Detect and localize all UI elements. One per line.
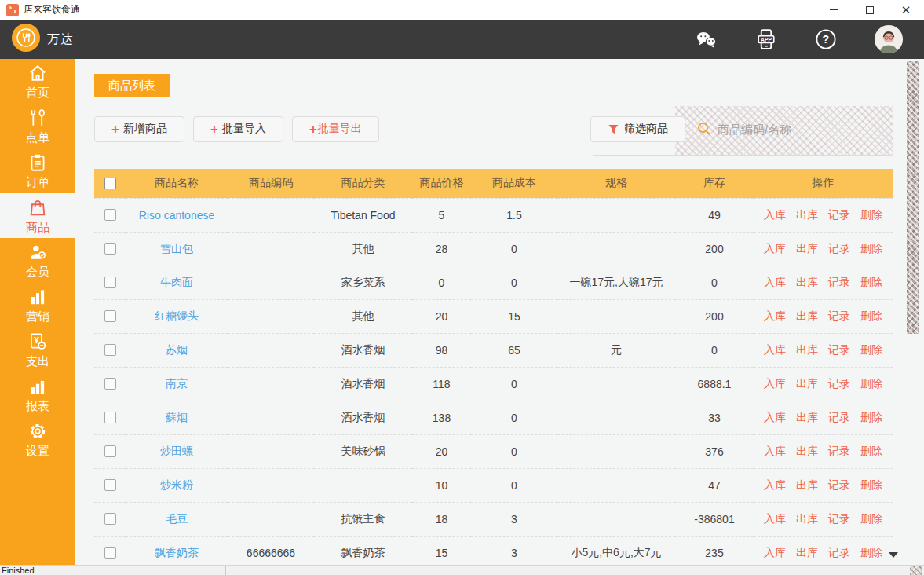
app-icon-label: APP <box>761 37 772 42</box>
tab-goods-list[interactable]: 商品列表 <box>94 74 170 97</box>
product-name-link[interactable]: 飘香奶茶 <box>155 546 199 559</box>
row-actions: 入库出库记录删除 <box>754 343 893 357</box>
action-record[interactable]: 记录 <box>828 546 850 560</box>
action-stock-in[interactable]: 入库 <box>764 208 786 222</box>
table-row: 蘇烟 酒水香烟 138 0 33 入库出库记录删除 <box>94 401 893 434</box>
sidebar-item-marketing[interactable]: 营销 <box>0 283 75 328</box>
sidebar-item-settings[interactable]: 设置 <box>0 417 75 462</box>
row-checkbox[interactable] <box>104 513 116 525</box>
product-name-link[interactable]: 苏烟 <box>166 343 188 356</box>
action-delete[interactable]: 删除 <box>860 546 882 560</box>
action-stock-in[interactable]: 入库 <box>764 343 786 357</box>
product-name-link[interactable]: 炒米粉 <box>160 478 193 491</box>
maximize-button[interactable] <box>852 0 888 20</box>
sidebar-item-goods[interactable]: 商品 <box>0 193 75 238</box>
action-stock-in[interactable]: 入库 <box>764 377 786 391</box>
mobile-app-icon[interactable]: APP <box>754 27 778 51</box>
sidebar-item-members[interactable]: 会员 <box>0 238 75 283</box>
action-stock-in[interactable]: 入库 <box>764 445 786 459</box>
close-button[interactable]: ✕ <box>888 0 924 20</box>
product-price: 10 <box>412 468 471 502</box>
sidebar-item-home[interactable]: 首页 <box>0 59 75 104</box>
action-record[interactable]: 记录 <box>828 411 850 425</box>
action-record[interactable]: 记录 <box>828 478 850 493</box>
action-delete[interactable]: 删除 <box>860 343 882 357</box>
action-stock-in[interactable]: 入库 <box>764 546 786 560</box>
action-delete[interactable]: 删除 <box>860 512 882 526</box>
product-name-link[interactable]: 雪山包 <box>160 242 193 255</box>
action-record[interactable]: 记录 <box>828 445 850 459</box>
action-record[interactable]: 记录 <box>828 309 850 324</box>
action-delete[interactable]: 删除 <box>860 276 882 290</box>
select-all-checkbox[interactable] <box>104 178 116 189</box>
action-delete[interactable]: 删除 <box>860 208 882 222</box>
row-checkbox[interactable] <box>104 209 116 221</box>
action-stock-out[interactable]: 出库 <box>796 377 818 391</box>
action-record[interactable]: 记录 <box>828 208 850 222</box>
sidebar-item-reports[interactable]: 报表 <box>0 372 75 417</box>
row-actions: 入库出库记录删除 <box>754 512 893 526</box>
row-checkbox[interactable] <box>104 479 116 491</box>
action-stock-out[interactable]: 出库 <box>796 208 818 222</box>
action-stock-out[interactable]: 出库 <box>796 411 818 425</box>
row-checkbox[interactable] <box>104 547 116 559</box>
action-stock-out[interactable]: 出库 <box>796 512 818 526</box>
action-stock-out[interactable]: 出库 <box>796 445 818 459</box>
product-stock: -386801 <box>675 502 754 536</box>
action-record[interactable]: 记录 <box>828 512 850 526</box>
product-name-link[interactable]: 红糖馒头 <box>155 309 199 322</box>
sidebar-item-orders[interactable]: 订单 <box>0 148 75 193</box>
action-stock-out[interactable]: 出库 <box>796 276 818 290</box>
action-delete[interactable]: 删除 <box>860 445 882 459</box>
sidebar-item-ordering[interactable]: 点单 <box>0 104 75 148</box>
product-name-link[interactable]: 炒田螺 <box>160 445 193 457</box>
product-name-link[interactable]: 蘇烟 <box>166 411 188 423</box>
action-stock-in[interactable]: 入库 <box>764 276 786 290</box>
filter-products-button[interactable]: 筛选商品 <box>590 116 685 142</box>
action-stock-out[interactable]: 出库 <box>796 546 818 560</box>
action-stock-in[interactable]: 入库 <box>764 478 786 493</box>
action-delete[interactable]: 删除 <box>860 309 882 324</box>
table-row: 飘香奶茶 66666666 飘香奶茶 15 3 小5元,中6元,大7元 235 … <box>94 536 893 565</box>
action-record[interactable]: 记录 <box>828 276 850 290</box>
action-delete[interactable]: 删除 <box>860 478 882 493</box>
row-checkbox[interactable] <box>104 277 116 288</box>
row-checkbox[interactable] <box>104 344 116 356</box>
action-stock-in[interactable]: 入库 <box>764 309 786 324</box>
action-record[interactable]: 记录 <box>828 343 850 357</box>
row-checkbox[interactable] <box>104 412 116 423</box>
wechat-icon[interactable] <box>695 29 718 49</box>
product-name-link[interactable]: 南京 <box>166 377 188 390</box>
product-name-link[interactable]: Riso cantonese <box>139 209 215 222</box>
minimize-button[interactable] <box>816 0 852 20</box>
product-name-link[interactable]: 牛肉面 <box>160 276 193 288</box>
row-checkbox[interactable] <box>104 445 116 457</box>
add-product-button[interactable]: + 新增商品 <box>94 116 184 142</box>
action-record[interactable]: 记录 <box>828 377 850 391</box>
action-stock-out[interactable]: 出库 <box>796 309 818 324</box>
bulk-export-button[interactable]: + 批量导出 <box>292 116 379 142</box>
action-stock-out[interactable]: 出库 <box>796 242 818 256</box>
help-icon[interactable]: ? <box>814 27 838 51</box>
sidebar-item-expenses[interactable]: 支出 <box>0 328 75 372</box>
action-delete[interactable]: 删除 <box>860 377 882 391</box>
row-checkbox[interactable] <box>104 243 116 255</box>
action-stock-in[interactable]: 入库 <box>764 512 786 526</box>
row-checkbox[interactable] <box>104 378 116 390</box>
action-stock-in[interactable]: 入库 <box>764 411 786 425</box>
row-checkbox[interactable] <box>104 310 116 322</box>
product-spec <box>557 299 675 333</box>
bulk-import-button[interactable]: + 批量导入 <box>193 116 283 142</box>
product-name-link[interactable]: 毛豆 <box>166 512 188 525</box>
action-stock-out[interactable]: 出库 <box>796 478 818 493</box>
scrollbar-thumb[interactable] <box>907 61 919 334</box>
dropdown-arrow-icon[interactable] <box>889 552 898 558</box>
maximize-icon <box>866 6 874 14</box>
action-delete[interactable]: 删除 <box>860 411 882 425</box>
action-stock-in[interactable]: 入库 <box>764 242 786 256</box>
action-record[interactable]: 记录 <box>828 242 850 256</box>
action-stock-out[interactable]: 出库 <box>796 343 818 357</box>
search-input[interactable] <box>718 123 875 136</box>
user-avatar[interactable] <box>874 24 904 54</box>
action-delete[interactable]: 删除 <box>860 242 882 256</box>
